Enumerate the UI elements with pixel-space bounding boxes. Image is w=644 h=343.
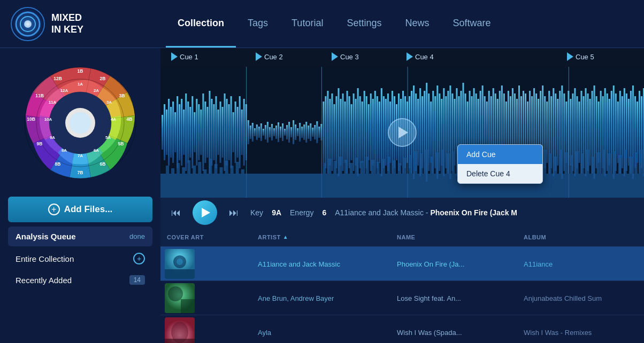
svg-rect-51 (166, 110, 167, 155)
svg-rect-99 (269, 127, 271, 137)
svg-rect-90 (250, 126, 251, 139)
cue-4[interactable]: Cue 4 (407, 52, 434, 61)
svg-rect-111 (295, 124, 296, 140)
svg-rect-102 (275, 126, 277, 139)
svg-rect-331 (446, 153, 449, 198)
svg-rect-303 (296, 182, 299, 198)
name-cell: Wish I Was (Spada... (390, 329, 517, 337)
svg-rect-118 (310, 123, 311, 141)
svg-rect-72 (211, 99, 212, 166)
album-cell: Wish I Was - Remixes (517, 329, 644, 337)
svg-rect-367 (640, 150, 643, 198)
add-files-label: Add Files... (64, 204, 113, 215)
svg-rect-352 (559, 150, 562, 198)
waveform-play-button[interactable] (388, 118, 417, 147)
svg-text:8B: 8B (55, 161, 61, 167)
svg-rect-289 (219, 167, 223, 198)
svg-rect-183 (449, 85, 451, 179)
svg-rect-52 (168, 99, 170, 166)
svg-rect-366 (634, 152, 638, 198)
svg-rect-311 (339, 157, 342, 198)
svg-point-23 (70, 112, 91, 134)
svg-rect-150 (379, 102, 380, 163)
col-cover-art-label: COVER ART (167, 234, 204, 240)
svg-rect-110 (293, 120, 294, 144)
nav-settings[interactable]: Settings (335, 0, 393, 48)
cue-3[interactable]: Cue 3 (332, 52, 359, 61)
svg-rect-98 (267, 122, 269, 143)
col-name[interactable]: NAME (390, 228, 517, 246)
skip-forward-button[interactable]: ⏭ (226, 205, 242, 221)
waveform-area[interactable]: Cue 1 Cue 2 Cue 3 Cue 4 Cue 5 (160, 48, 644, 198)
svg-rect-306 (312, 177, 315, 198)
svg-rect-120 (314, 125, 316, 139)
svg-rect-146 (370, 93, 372, 171)
svg-rect-64 (194, 112, 195, 152)
svg-rect-147 (372, 99, 374, 166)
play-button[interactable] (193, 200, 217, 225)
svg-rect-353 (564, 152, 568, 198)
svg-rect-53 (170, 107, 172, 158)
add-collection-icon[interactable]: + (133, 253, 145, 264)
svg-rect-136 (349, 96, 350, 168)
svg-rect-292 (236, 162, 239, 198)
add-files-button[interactable]: + Add Files... (8, 197, 152, 222)
svg-rect-261 (617, 102, 619, 163)
svg-rect-122 (318, 127, 320, 138)
svg-rect-238 (568, 91, 569, 174)
nav-tags[interactable]: Tags (236, 0, 280, 48)
nav-tutorial[interactable]: Tutorial (280, 0, 335, 48)
svg-rect-73 (213, 104, 214, 160)
svg-rect-130 (335, 96, 337, 168)
skip-back-button[interactable]: ⏮ (168, 205, 184, 221)
svg-rect-302 (290, 180, 294, 198)
svg-text:11A: 11A (49, 100, 57, 105)
svg-rect-128 (331, 93, 333, 171)
svg-text:5B: 5B (118, 141, 124, 146)
svg-rect-97 (265, 125, 266, 139)
svg-rect-74 (215, 96, 217, 168)
nav-news[interactable]: News (393, 0, 441, 48)
entire-collection-row[interactable]: Entire Collection + (8, 247, 152, 270)
table-row[interactable]: Ayla Wish I Was (Spada... Wish I Was - R… (160, 315, 644, 343)
name-cell: Phoenix On Fire (Ja... (390, 260, 517, 268)
svg-rect-233 (557, 99, 558, 166)
add-cue-menu-item[interactable]: Add Cue (458, 145, 542, 164)
svg-rect-355 (575, 151, 578, 198)
sidebar: 1B 2B 3B 4B 5B 6B 7B 8B 9B 10B 11B 12B 1… (0, 48, 160, 343)
svg-rect-127 (329, 99, 331, 166)
svg-text:7B: 7B (78, 170, 83, 175)
svg-rect-137 (351, 104, 352, 160)
svg-rect-91 (252, 123, 254, 142)
svg-rect-174 (430, 102, 432, 163)
svg-rect-134 (344, 102, 346, 163)
svg-rect-94 (258, 127, 260, 138)
col-album[interactable]: ALBUM (517, 228, 644, 246)
cue-2-label: Cue 2 (264, 53, 283, 61)
svg-rect-67 (200, 110, 202, 155)
analysis-queue-label: Analysis Queue (16, 232, 76, 241)
table-row[interactable]: Ane Brun, Andrew Bayer Lose Sight feat. … (160, 281, 644, 315)
svg-rect-327 (425, 150, 428, 198)
svg-rect-85 (239, 96, 241, 168)
table-row[interactable]: A11iance and Jack Massic Phoenix On Fire… (160, 247, 644, 281)
svg-rect-330 (441, 150, 444, 198)
svg-rect-294 (248, 179, 251, 198)
recently-added-label: Recently Added (16, 276, 72, 285)
delete-cue-menu-item[interactable]: Delete Cue 4 (458, 164, 542, 183)
cue-1[interactable]: Cue 1 (171, 52, 198, 61)
cover-art (165, 249, 195, 279)
cue-5[interactable]: Cue 5 (567, 52, 594, 61)
svg-rect-141 (359, 96, 361, 168)
energy-value: 6 (322, 208, 326, 217)
nav-collection[interactable]: Collection (166, 0, 236, 48)
svg-rect-253 (600, 91, 602, 174)
nav-software[interactable]: Software (441, 0, 502, 48)
col-artist[interactable]: ARTIST ▲ (251, 228, 390, 246)
cue-2[interactable]: Cue 2 (256, 52, 283, 61)
svg-text:6A: 6A (94, 148, 99, 153)
svg-rect-100 (271, 124, 273, 141)
svg-text:2B: 2B (100, 76, 106, 81)
recently-added-row[interactable]: Recently Added 14 (8, 270, 152, 290)
svg-rect-95 (260, 123, 262, 141)
